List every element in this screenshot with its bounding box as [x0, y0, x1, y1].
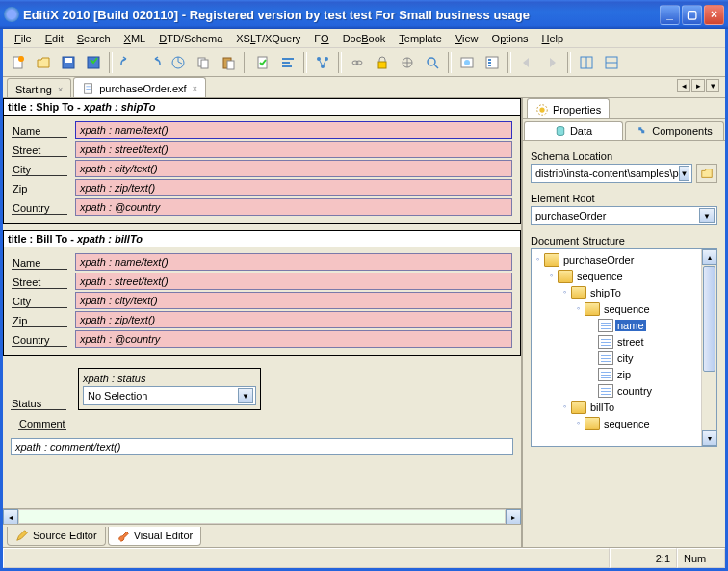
tab-next-button[interactable]: ▸: [691, 79, 705, 92]
svg-rect-27: [488, 65, 491, 66]
split-h-button[interactable]: [575, 51, 598, 74]
label-status: Status: [11, 396, 66, 410]
lock-button[interactable]: [371, 51, 394, 74]
save-all-button[interactable]: [82, 51, 105, 74]
svg-rect-26: [488, 62, 491, 64]
tab-list-button[interactable]: ▾: [706, 79, 719, 92]
field-shipto-city[interactable]: xpath : city/text(): [75, 160, 512, 177]
menubar: File Edit Search XML DTD/Schema XSLT/XQu…: [3, 29, 725, 48]
properties-panel: Properties Data Components Schema Locati…: [523, 98, 725, 547]
menu-xml[interactable]: XML: [118, 31, 152, 46]
format-button[interactable]: [276, 51, 299, 74]
split-v-button[interactable]: [600, 51, 623, 74]
document-icon: [598, 319, 613, 332]
field-billto-name[interactable]: xpath : name/text(): [75, 253, 512, 271]
svg-rect-3: [65, 58, 72, 63]
copy-button[interactable]: [192, 51, 215, 74]
horizontal-scrollbar[interactable]: ◂▸: [3, 508, 521, 524]
section-shipto: title : Ship To - xpath : shipTo Namexpa…: [3, 98, 521, 224]
tab-purchaseorder[interactable]: purchaseOrder.exf×: [73, 77, 206, 97]
element-root-dropdown[interactable]: purchaseOrder▼: [531, 206, 717, 225]
titlebar: EditiX 2010 [Build 020110] - Registered …: [0, 0, 728, 29]
browse-folder-button[interactable]: [696, 164, 717, 183]
svg-rect-13: [282, 65, 292, 67]
tab-visual-editor[interactable]: Visual Editor: [108, 527, 202, 546]
undo-button[interactable]: [117, 51, 140, 74]
save-button[interactable]: [57, 51, 80, 74]
app-icon: [4, 7, 19, 22]
menu-template[interactable]: Template: [393, 31, 448, 46]
back-button[interactable]: [515, 51, 538, 74]
close-icon[interactable]: ×: [58, 85, 63, 94]
document-icon: [82, 82, 95, 95]
minimize-button[interactable]: _: [660, 5, 680, 25]
svg-rect-9: [227, 61, 234, 69]
chevron-down-icon[interactable]: ▼: [699, 208, 715, 223]
subtab-components[interactable]: Components: [625, 121, 724, 140]
vertical-scrollbar[interactable]: ▴ ▾: [701, 249, 716, 446]
document-structure-label: Document Structure: [531, 235, 717, 247]
chevron-down-icon[interactable]: ▼: [679, 166, 689, 181]
browse-button[interactable]: [455, 51, 479, 74]
field-billto-city[interactable]: xpath : city/text(): [75, 292, 512, 309]
field-shipto-country[interactable]: xpath : @country: [75, 198, 512, 216]
puzzle-icon: [637, 125, 648, 137]
repeat-button[interactable]: [167, 51, 190, 74]
menu-options[interactable]: Options: [486, 31, 534, 46]
subtab-data[interactable]: Data: [524, 121, 623, 140]
label-name: Name: [12, 255, 67, 270]
section-billto: title : Bill To - xpath : billTo Namexpa…: [3, 230, 521, 356]
new-button[interactable]: [7, 51, 30, 74]
close-icon[interactable]: ×: [193, 84, 197, 93]
tab-source-editor[interactable]: Source Editor: [7, 527, 106, 546]
menu-dtd[interactable]: DTD/Schema: [153, 31, 228, 46]
properties-tab[interactable]: Properties: [527, 98, 610, 118]
status-hint: xpath : status: [83, 373, 256, 384]
brush-icon: [117, 529, 130, 542]
folder-icon: [571, 286, 586, 299]
paste-button[interactable]: [217, 51, 240, 74]
label-street: Street: [12, 274, 67, 289]
menu-view[interactable]: View: [450, 31, 484, 46]
props-button[interactable]: [481, 51, 504, 74]
open-button[interactable]: [32, 51, 55, 74]
maximize-button[interactable]: ▢: [682, 5, 702, 25]
link-button[interactable]: [346, 51, 369, 74]
menu-xslt[interactable]: XSLT/XQuery: [230, 31, 306, 46]
field-shipto-street[interactable]: xpath : street/text(): [75, 141, 512, 158]
menu-file[interactable]: File: [9, 31, 38, 46]
folder-icon: [571, 401, 586, 414]
svg-point-1: [18, 56, 24, 62]
menu-help[interactable]: Help: [536, 31, 570, 46]
chevron-down-icon[interactable]: ▼: [238, 388, 253, 403]
tab-prev-button[interactable]: ◂: [677, 79, 690, 92]
menu-fo[interactable]: FO: [308, 31, 334, 46]
field-billto-country[interactable]: xpath : @country: [75, 330, 512, 348]
svg-point-18: [356, 61, 362, 65]
field-billto-street[interactable]: xpath : street/text(): [75, 273, 512, 290]
document-structure-tree[interactable]: ◦purchaseOrder ◦sequence ◦shipTo ◦sequen…: [531, 248, 717, 447]
schema-location-field[interactable]: distrib\insta-content\samples\purchaseOr…: [531, 164, 692, 183]
menu-docbook[interactable]: DocBook: [337, 31, 392, 46]
numlock-indicator: Num: [677, 548, 725, 568]
folder-icon: [700, 167, 714, 180]
close-button[interactable]: ×: [704, 5, 724, 25]
field-billto-zip[interactable]: xpath : zip/text(): [75, 311, 512, 328]
menu-edit[interactable]: Edit: [39, 31, 69, 46]
svg-rect-12: [282, 62, 290, 64]
forward-button[interactable]: [540, 51, 563, 74]
database-icon: [555, 125, 566, 137]
tab-starting[interactable]: Starting×: [7, 78, 71, 97]
field-shipto-name[interactable]: xpath : name/text(): [75, 121, 512, 139]
search-button[interactable]: [421, 51, 444, 74]
field-comment[interactable]: xpath : comment/text(): [11, 438, 513, 455]
document-icon: [598, 384, 613, 398]
validate-button[interactable]: [251, 51, 274, 74]
status-dropdown[interactable]: No Selection▼: [83, 386, 256, 405]
redo-button[interactable]: [142, 51, 165, 74]
transform-button[interactable]: [396, 51, 419, 74]
field-shipto-zip[interactable]: xpath : zip/text(): [75, 179, 512, 196]
tree-button[interactable]: [311, 51, 334, 74]
menu-search[interactable]: Search: [71, 31, 117, 46]
schema-location-label: Schema Location: [531, 150, 717, 162]
